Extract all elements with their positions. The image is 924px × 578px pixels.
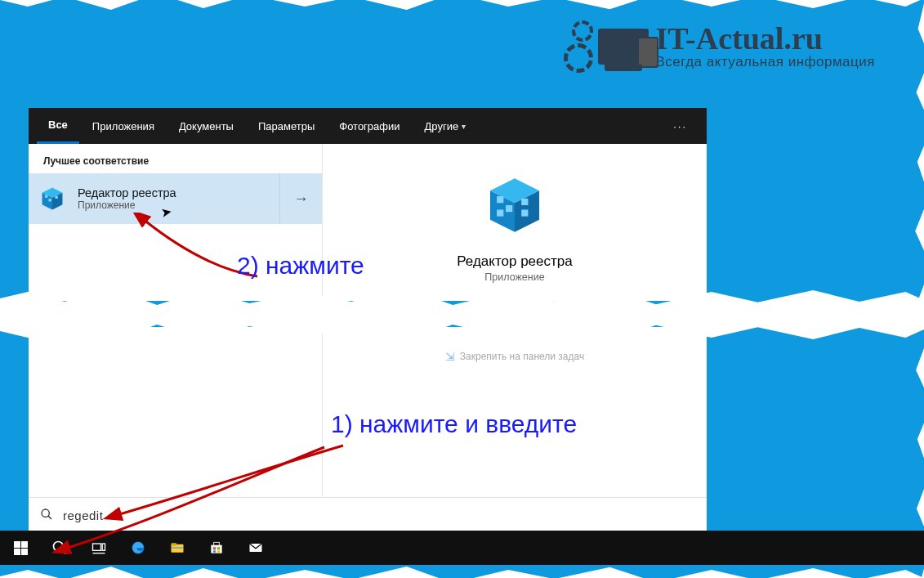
svg-rect-28 [217,547,220,549]
svg-line-17 [62,550,66,554]
gear-icon [564,43,593,73]
svg-rect-12 [521,199,528,205]
tab-apps-label: Приложения [92,120,154,132]
brand-sub: Всегда актуальная информация [655,54,875,70]
svg-rect-18 [93,544,101,550]
phone-icon [637,37,658,68]
detail-panel: Редактор реестра Приложение ⇲ Закрепить … [323,144,707,533]
more-button[interactable]: ··· [662,120,699,132]
svg-rect-27 [213,547,216,549]
svg-point-16 [54,542,64,552]
tab-apps[interactable]: Приложения [81,108,166,144]
svg-rect-25 [211,545,221,553]
store-button[interactable] [198,531,235,565]
svg-rect-10 [506,205,512,212]
edge-button[interactable] [119,531,157,565]
search-input[interactable] [63,509,695,522]
svg-rect-11 [497,209,503,216]
svg-rect-29 [213,550,216,553]
tab-docs[interactable]: Документы [167,108,245,144]
tab-params[interactable]: Параметры [247,108,326,144]
svg-rect-4 [48,199,51,201]
tab-all-label: Все [48,119,68,131]
pin-icon: ⇲ [445,350,455,363]
start-button[interactable] [2,531,39,565]
monitor-icon [598,29,649,65]
windows-icon [14,541,28,555]
svg-line-15 [48,516,51,519]
svg-rect-3 [45,195,47,197]
regedit-icon [38,185,66,213]
section-best-match: Лучшее соответствие [29,144,322,173]
svg-rect-9 [497,196,503,203]
tab-other[interactable]: Другие▾ [413,108,478,144]
svg-rect-30 [217,550,220,553]
best-match-title: Редактор реестра [78,186,176,199]
taskbar [0,531,924,565]
svg-rect-19 [102,544,105,550]
svg-rect-24 [172,547,182,549]
tab-docs-label: Документы [179,120,234,132]
tab-params-label: Параметры [258,120,315,132]
search-icon [40,508,53,524]
mail-button[interactable] [237,531,275,565]
explorer-button[interactable] [158,531,196,565]
results-left-column: Лучшее соответствие [29,144,323,533]
tab-photos[interactable]: Фотографии [328,108,411,144]
detail-sub: Приложение [484,271,544,283]
chevron-down-icon: ▾ [462,122,466,131]
brand-title: IT-Actual.ru [655,23,875,54]
svg-point-14 [42,509,49,517]
svg-rect-5 [55,196,57,199]
task-view-button[interactable] [80,531,118,565]
svg-rect-23 [172,543,177,545]
detail-title: Редактор реестра [457,253,572,270]
tab-photos-label: Фотографии [339,120,400,132]
search-box[interactable] [29,497,707,533]
taskbar-search-button[interactable] [41,531,78,565]
flyout-tabs: Все Приложения Документы Параметры Фотог… [29,108,707,144]
brand-watermark: IT-Actual.ru Всегда актуальная информаци… [564,20,875,73]
tab-all[interactable]: Все [37,108,79,144]
gear-icon [572,20,593,42]
svg-rect-13 [521,209,528,216]
regedit-icon [481,172,548,239]
best-match-sub: Приложение [78,199,176,211]
best-match-result[interactable]: Редактор реестра Приложение → ➤ [29,173,322,224]
pin-to-taskbar-action[interactable]: ⇲ Закрепить на панели задач [323,350,707,363]
expand-arrow-button[interactable]: → [279,173,322,224]
pin-label: Закрепить на панели задач [460,351,584,362]
tab-other-label: Другие [425,120,459,132]
